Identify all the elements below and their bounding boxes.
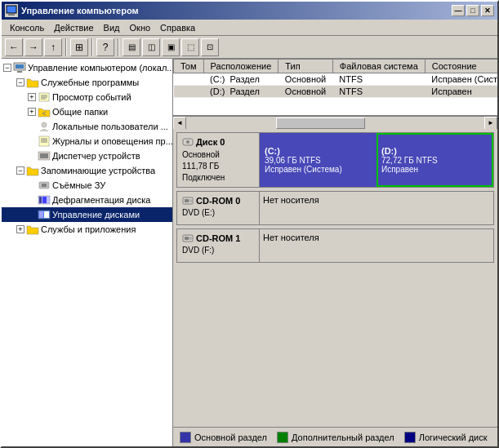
partition-d-detail: 72,72 ГБ NTFSИсправен <box>381 156 488 174</box>
table-row[interactable]: (D:) Раздел Основной NTFS Исправен <box>174 86 498 98</box>
tree-item-utilities[interactable]: − Служебные программы <box>2 75 172 90</box>
tree-item-disk-mgmt[interactable]: Управление дисками <box>2 207 172 222</box>
tree-label-device-manager: Диспетчер устройств <box>52 151 140 161</box>
legend-logical: Логический диск <box>404 432 488 443</box>
top-table-area[interactable]: Том Расположение Тип Файловая система Со… <box>173 59 497 116</box>
main-window: Управление компьютером — □ ✕ Консоль Дей… <box>0 0 499 448</box>
scroll-track[interactable] <box>186 118 484 129</box>
tree-toggle-storage[interactable]: − <box>16 166 25 175</box>
tree-label-storage: Запоминающие устройства <box>41 166 155 175</box>
back-button[interactable]: ← <box>5 38 23 56</box>
menu-console[interactable]: Консоль <box>5 21 49 34</box>
col-location[interactable]: Расположение <box>203 60 278 73</box>
tree-item-journals[interactable]: Журналы и оповещения пр... <box>2 134 172 149</box>
toolbar-btn-4[interactable]: ⬚ <box>181 38 199 56</box>
sidebar-tree[interactable]: − Управление компьютером (локал... − Слу… <box>2 59 173 446</box>
cell-status-1: Исправен (Систем... <box>425 73 497 86</box>
legend-extended-box <box>277 432 288 443</box>
toolbar-btn-5[interactable]: ⊡ <box>201 38 219 56</box>
cdrom-icon-1 <box>182 233 194 244</box>
journals-icon <box>38 135 51 148</box>
cell-fs-2: NTFS <box>332 86 425 98</box>
cdrom-entry-0: CD-ROM 0 DVD (E:) Нет носителя <box>176 191 494 225</box>
cdrom-1-header: CD-ROM 1 DVD (F:) Нет носителя <box>177 229 493 262</box>
svg-rect-22 <box>39 211 43 218</box>
tree-toggle-events[interactable]: + <box>28 93 36 101</box>
minimize-button[interactable]: — <box>452 5 465 16</box>
svg-rect-23 <box>44 211 49 218</box>
scroll-right-button[interactable]: ► <box>484 117 497 130</box>
tree-label-disk-mgmt: Управление дисками <box>52 210 140 220</box>
up-button[interactable]: ↑ <box>44 38 62 56</box>
cdrom-1-name: CD-ROM 1 <box>196 233 240 243</box>
col-type[interactable]: Тип <box>278 60 332 73</box>
folder-icon-utilities <box>26 76 39 89</box>
cdrom-1-content: Нет носителя <box>259 229 493 262</box>
removable-icon <box>38 179 51 192</box>
svg-point-28 <box>189 200 192 202</box>
tree-item-storage[interactable]: − Запоминающие устройства <box>2 163 172 178</box>
legend: Основной раздел Дополнительный раздел Ло… <box>173 427 497 446</box>
svg-point-25 <box>186 140 189 144</box>
tree-label-local-users: Локальные пользователи ... <box>52 122 168 131</box>
tree-item-defrag[interactable]: Дефрагментация диска <box>2 193 172 207</box>
col-volume[interactable]: Том <box>174 60 204 73</box>
computer-icon <box>13 61 26 74</box>
partition-d[interactable]: (D:) 72,72 ГБ NTFSИсправен <box>376 133 493 187</box>
tree-item-services[interactable]: + Службы и приложения <box>2 222 172 237</box>
tree-item-device-manager[interactable]: Диспетчер устройств <box>2 149 172 163</box>
svg-rect-20 <box>42 197 47 203</box>
scroll-left-button[interactable]: ◄ <box>173 117 186 130</box>
events-icon <box>38 91 51 104</box>
disk-mgmt-icon <box>38 208 51 221</box>
tree-label-journals: Журналы и оповещения пр... <box>52 136 173 146</box>
volumes-table: Том Расположение Тип Файловая система Со… <box>173 59 497 98</box>
close-button[interactable]: ✕ <box>481 5 494 16</box>
toolbar-sep-3 <box>118 38 119 56</box>
tree-item-shared-folders[interactable]: + Общие папки <box>2 104 172 119</box>
horizontal-scrollbar[interactable]: ◄ ► <box>173 116 497 129</box>
scroll-thumb[interactable] <box>276 118 366 129</box>
tree-toggle-shared[interactable]: + <box>28 108 36 116</box>
disk-0-partitions: (C:) 39,06 ГБ NTFSИсправен (Система) (D:… <box>259 133 493 187</box>
forward-button[interactable]: → <box>25 38 42 56</box>
main-content: − Управление компьютером (локал... − Слу… <box>2 59 497 446</box>
tree-item-local-users[interactable]: Локальные пользователи ... <box>2 119 172 134</box>
maximize-button[interactable]: □ <box>466 5 479 16</box>
tree-label-services: Службы и приложения <box>41 224 136 234</box>
svg-rect-15 <box>40 153 48 158</box>
legend-logical-box <box>404 432 416 443</box>
svg-rect-17 <box>42 184 47 187</box>
tree-label-root: Управление компьютером (локал... <box>28 63 173 73</box>
menu-action[interactable]: Действие <box>49 21 98 34</box>
tree-item-events[interactable]: + Просмотр событий <box>2 90 172 104</box>
cdrom-icon-0 <box>182 195 194 206</box>
disk-0-name: Диск 0 <box>196 137 225 147</box>
window-controls: — □ ✕ <box>452 5 494 16</box>
legend-primary: Основной раздел <box>180 432 267 443</box>
svg-rect-0 <box>7 6 16 13</box>
toolbar-btn-1[interactable]: ▤ <box>123 38 140 56</box>
partition-c[interactable]: (C:) 39,06 ГБ NTFSИсправен (Система) <box>260 133 376 187</box>
tree-toggle-services[interactable]: + <box>16 225 25 233</box>
table-row[interactable]: (C:) Раздел Основной NTFS Исправен (Сист… <box>174 73 498 86</box>
tree-item-root[interactable]: − Управление компьютером (локал... <box>2 60 172 75</box>
menu-view[interactable]: Вид <box>99 21 125 34</box>
show-hide-tree-button[interactable]: ⊞ <box>70 38 88 56</box>
tree-toggle-utilities[interactable]: − <box>16 78 25 86</box>
tree-item-removable[interactable]: Съёмные ЗУ <box>2 178 172 193</box>
toolbar-btn-2[interactable]: ◫ <box>142 38 160 56</box>
help-button[interactable]: ? <box>96 38 114 56</box>
cell-type-1: Основной <box>278 73 332 86</box>
cell-vol-1 <box>174 73 204 86</box>
cell-status-2: Исправен <box>425 86 497 98</box>
legend-extended-label: Дополнительный раздел <box>292 432 394 442</box>
tree-label-events: Просмотр событий <box>52 92 131 102</box>
menu-window[interactable]: Окно <box>125 21 156 34</box>
cdrom-0-sub: DVD (E:) <box>182 208 254 217</box>
tree-toggle-root[interactable]: − <box>3 64 11 72</box>
col-fs[interactable]: Файловая система <box>332 60 425 73</box>
col-status[interactable]: Состояние <box>425 60 497 73</box>
toolbar-btn-3[interactable]: ▣ <box>162 38 180 56</box>
menu-help[interactable]: Справка <box>155 21 200 34</box>
